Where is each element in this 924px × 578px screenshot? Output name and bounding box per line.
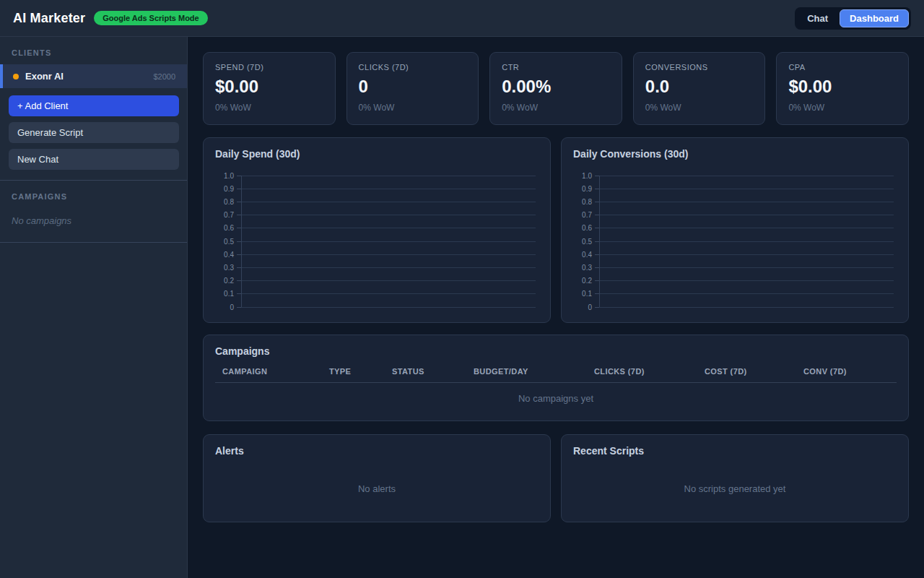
gridline bbox=[241, 241, 536, 242]
gridline-row: 0.5 bbox=[215, 236, 536, 246]
stat-label: CONVERSIONS bbox=[645, 63, 754, 72]
y-tick-label: 0.7 bbox=[573, 211, 592, 219]
gridline bbox=[241, 189, 536, 189]
charts-row: Daily Spend (30d) 1.00.90.80.70.60.50.40… bbox=[203, 137, 909, 323]
new-chat-button[interactable]: New Chat bbox=[9, 149, 179, 170]
stat-card-conversions: CONVERSIONS 0.0 0% WoW bbox=[633, 52, 766, 125]
column-header-conv-7d: CONV (7D) bbox=[803, 367, 897, 376]
alerts-card: Alerts No alerts bbox=[203, 434, 551, 522]
y-tick-label: 0.1 bbox=[573, 290, 592, 298]
gridline bbox=[599, 307, 894, 308]
y-tick-label: 0.6 bbox=[573, 224, 592, 232]
y-tick-label: 0.9 bbox=[573, 185, 592, 193]
top-bar: AI Marketer Google Ads Scripts Mode Chat… bbox=[0, 0, 924, 37]
daily-spend-chart-card: Daily Spend (30d) 1.00.90.80.70.60.50.40… bbox=[203, 137, 551, 323]
gridline bbox=[599, 189, 894, 189]
gridline bbox=[599, 254, 894, 255]
view-tab-group: Chat Dashboard bbox=[795, 7, 911, 30]
gridline-row: 0.6 bbox=[573, 223, 894, 233]
clients-heading: CLIENTS bbox=[0, 37, 187, 64]
campaigns-table-card: Campaigns CAMPAIGN TYPE STATUS BUDGET/DA… bbox=[203, 335, 909, 421]
gridline-row: 1.0 bbox=[573, 171, 894, 181]
gridline bbox=[241, 267, 536, 268]
gridline bbox=[599, 215, 894, 215]
y-tick-label: 0.8 bbox=[573, 198, 592, 206]
stat-label: CLICKS (7D) bbox=[359, 63, 467, 72]
bottom-row: Alerts No alerts Recent Scripts No scrip… bbox=[203, 434, 909, 522]
daily-conversions-chart-card: Daily Conversions (30d) 1.00.90.80.70.60… bbox=[561, 137, 909, 323]
y-axis-line bbox=[241, 176, 242, 307]
y-axis-line bbox=[599, 176, 600, 307]
stat-delta: 0% WoW bbox=[645, 103, 754, 113]
stat-value: 0 bbox=[359, 77, 467, 97]
gridline-row: 0.1 bbox=[215, 289, 536, 299]
stat-card-cpa: CPA $0.00 0% WoW bbox=[776, 52, 909, 125]
generate-script-button[interactable]: Generate Script bbox=[9, 122, 179, 143]
stat-card-clicks: CLICKS (7D) 0 0% WoW bbox=[346, 52, 479, 125]
tab-chat[interactable]: Chat bbox=[797, 9, 838, 27]
gridline-row: 0.2 bbox=[215, 276, 536, 286]
y-tick-label: 1.0 bbox=[573, 172, 592, 180]
gridline-row: 0.2 bbox=[573, 276, 894, 286]
gridline-row: 0.3 bbox=[215, 262, 536, 272]
app-title: AI Marketer bbox=[13, 11, 85, 26]
gridline bbox=[599, 267, 894, 268]
client-budget: $2000 bbox=[153, 72, 175, 81]
stat-delta: 0% WoW bbox=[502, 103, 610, 113]
campaigns-table-title: Campaigns bbox=[215, 345, 897, 357]
recent-scripts-card: Recent Scripts No scripts generated yet bbox=[561, 434, 909, 522]
add-client-button[interactable]: + Add Client bbox=[9, 95, 179, 116]
gridline-row: 0.8 bbox=[573, 197, 894, 207]
gridline bbox=[599, 293, 894, 294]
stat-card-ctr: CTR 0.00% 0% WoW bbox=[489, 52, 622, 125]
y-tick-label: 0.4 bbox=[573, 251, 592, 259]
gridline bbox=[241, 228, 536, 228]
gridline-row: 0.1 bbox=[573, 289, 894, 299]
client-status-dot-icon bbox=[13, 74, 19, 79]
gridline bbox=[599, 176, 894, 176]
y-tick-label: 0 bbox=[215, 303, 234, 311]
stats-row: SPEND (7D) $0.00 0% WoW CLICKS (7D) 0 0%… bbox=[203, 52, 909, 125]
campaigns-heading: CAMPAIGNS bbox=[0, 181, 187, 208]
y-tick-label: 0.2 bbox=[215, 277, 234, 285]
y-tick-label: 0.5 bbox=[215, 238, 234, 246]
stat-delta: 0% WoW bbox=[359, 103, 467, 113]
column-header-campaign: CAMPAIGN bbox=[222, 367, 329, 376]
y-tick-label: 1.0 bbox=[215, 172, 234, 180]
column-header-clicks-7d: CLICKS (7D) bbox=[594, 367, 705, 376]
column-header-status: STATUS bbox=[392, 367, 474, 376]
gridline bbox=[599, 202, 894, 202]
recent-scripts-title: Recent Scripts bbox=[573, 445, 897, 457]
stat-label: SPEND (7D) bbox=[215, 63, 323, 72]
campaigns-empty-text: No campaigns bbox=[0, 208, 187, 238]
campaigns-table-header-row: CAMPAIGN TYPE STATUS BUDGET/DAY CLICKS (… bbox=[215, 357, 897, 383]
alerts-empty-text: No alerts bbox=[215, 483, 539, 494]
y-tick-label: 0 bbox=[573, 303, 592, 311]
column-header-type: TYPE bbox=[329, 367, 392, 376]
tab-dashboard[interactable]: Dashboard bbox=[840, 9, 909, 27]
y-tick-label: 0.5 bbox=[573, 238, 592, 246]
y-tick-label: 0.4 bbox=[215, 251, 234, 259]
y-tick-label: 0.3 bbox=[215, 264, 234, 272]
daily-conversions-chart-plot: 1.00.90.80.70.60.50.40.30.20.10 bbox=[573, 176, 894, 307]
dashboard-main: SPEND (7D) $0.00 0% WoW CLICKS (7D) 0 0%… bbox=[188, 37, 924, 578]
gridline-row: 0.4 bbox=[573, 249, 894, 259]
y-tick-label: 0.9 bbox=[215, 185, 234, 193]
gridline bbox=[599, 228, 894, 228]
gridline-row: 0 bbox=[573, 302, 894, 312]
y-tick-label: 0.1 bbox=[215, 290, 234, 298]
client-name: Exonr AI bbox=[25, 71, 64, 82]
gridline bbox=[599, 241, 894, 242]
gridline bbox=[241, 254, 536, 255]
stat-label: CPA bbox=[788, 63, 897, 72]
gridline-row: 0 bbox=[215, 302, 536, 312]
sidebar-divider bbox=[0, 242, 187, 243]
gridline bbox=[241, 293, 536, 294]
sidebar: CLIENTS Exonr AI $2000 + Add Client Gene… bbox=[0, 37, 188, 578]
client-item-exonr-ai[interactable]: Exonr AI $2000 bbox=[0, 64, 187, 88]
mode-badge: Google Ads Scripts Mode bbox=[94, 11, 207, 25]
stat-value: 0.00% bbox=[502, 77, 610, 97]
gridline-row: 0.3 bbox=[573, 262, 894, 272]
column-header-cost-7d: COST (7D) bbox=[705, 367, 803, 376]
app-layout: CLIENTS Exonr AI $2000 + Add Client Gene… bbox=[0, 37, 924, 578]
